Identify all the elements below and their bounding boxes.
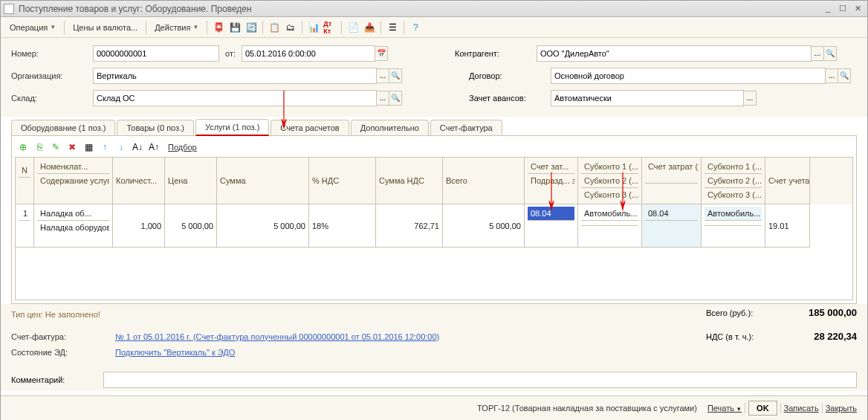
ok-button[interactable]: OK <box>748 401 777 416</box>
org-label: Организация: <box>11 71 93 80</box>
price-type: Тип цен: Не заполнено! <box>11 307 100 322</box>
structure-icon[interactable]: 🗂 <box>283 20 298 35</box>
footer-area: Счет-фактура: № 1 от 05.01.2016 г. (Счет… <box>1 325 867 369</box>
prices-menu[interactable]: Цены и валюта... <box>68 21 142 34</box>
search-icon[interactable]: 🔍 <box>389 91 402 106</box>
org-field[interactable] <box>93 68 377 84</box>
tabs: Оборудование (1 поз.) Товары (0 поз.) Ус… <box>11 118 857 135</box>
contract-field[interactable] <box>551 68 826 84</box>
select-icon[interactable]: ... <box>743 91 757 106</box>
refresh-icon[interactable]: 🔄 <box>244 20 259 35</box>
total-value: 185 000,00 <box>783 307 857 318</box>
form-area: Номер: от: 📅 Контрагент: ... 🔍 Организац… <box>1 38 867 117</box>
advance-label: Зачет авансов: <box>469 94 551 103</box>
grid[interactable]: N Номенклат...Содержание услуги, до... К… <box>15 157 853 300</box>
close-link[interactable]: Закрыть <box>826 404 857 413</box>
movements-icon[interactable]: 📊 <box>306 20 321 35</box>
main-toolbar: Операция▼ Цены и валюта... Действия▼ 📮 💾… <box>1 17 867 38</box>
dt-kt-icon[interactable]: Дт Кт <box>323 20 337 35</box>
tab-services[interactable]: Услуги (1 поз.) <box>195 119 269 136</box>
calendar-icon[interactable]: 📅 <box>375 46 388 61</box>
tab-content: ⊕ ⎘ ✎ ✖ ▦ ↑ ↓ A↓ A↑ Подбор N Номенклат..… <box>11 135 857 304</box>
print-form-info: ТОРГ-12 (Товарная накладная за поставщик… <box>477 404 697 413</box>
warehouse-label: Склад: <box>11 94 93 103</box>
tab-equipment[interactable]: Оборудование (1 поз.) <box>11 120 115 135</box>
delete-icon[interactable]: ✖ <box>65 140 79 154</box>
counterparty-field[interactable] <box>537 45 812 62</box>
hdr-vat: % НДС <box>309 158 376 204</box>
comment-field[interactable] <box>103 372 857 388</box>
basis-icon[interactable]: 📋 <box>267 20 282 35</box>
hdr-accnu: Счет затрат (НУ) <box>642 158 702 204</box>
hdr-acc: Счет зат...Подразд... затрат <box>525 158 578 204</box>
down-icon[interactable]: ↓ <box>114 140 128 154</box>
help-icon[interactable]: ? <box>408 20 423 35</box>
sort-desc-icon[interactable]: A↑ <box>147 140 161 154</box>
maximize-button[interactable]: ☐ <box>836 3 849 15</box>
warehouse-field[interactable] <box>93 90 377 106</box>
tab-accounts[interactable]: Счета расчетов <box>271 120 349 135</box>
hdr-qty: Количест... <box>113 158 165 204</box>
copy-icon[interactable]: ⎘ <box>33 140 46 154</box>
actions-menu[interactable]: Действия▼ <box>150 21 203 34</box>
comment-row: Комментарий: <box>1 369 867 391</box>
hdr-subnu: Субконто 1 (...Субконто 2 (...Субконто 3… <box>702 158 765 204</box>
from-label: от: <box>219 49 242 58</box>
print-button[interactable]: Печать ▼ <box>707 404 742 413</box>
table-row[interactable]: 1 Наладка об...Наладка оборудова... 1,00… <box>16 204 852 248</box>
report-icon[interactable]: 📄 <box>346 20 360 35</box>
search-icon[interactable]: 🔍 <box>838 68 851 83</box>
comment-label: Комментарий: <box>11 375 103 384</box>
select-icon[interactable]: ... <box>811 46 824 61</box>
grid-header: N Номенклат...Содержание услуги, до... К… <box>16 158 852 204</box>
app-icon <box>4 4 14 14</box>
close-button[interactable]: ✕ <box>851 3 864 15</box>
tab-invoice[interactable]: Счет-фактура <box>430 120 502 135</box>
edo-label: Состояние ЭД: <box>11 348 115 357</box>
hdr-nomen: Номенклат...Содержание услуги, до... <box>34 158 113 204</box>
search-icon[interactable]: 🔍 <box>389 68 402 83</box>
search-icon[interactable]: 🔍 <box>823 46 837 61</box>
select-icon[interactable]: ... <box>825 68 838 83</box>
hdr-sub: Субконто 1 (...Субконто 2 (...Субконто 3… <box>578 158 642 204</box>
hdr-total: Всего <box>443 158 525 204</box>
bottom-bar: ТОРГ-12 (Товарная накладная за поставщик… <box>1 395 867 420</box>
totals-area: Тип цен: Не заполнено! Всего (руб.): 185… <box>1 304 867 325</box>
vat-label: НДС (в т. ч.): <box>706 332 780 341</box>
add-icon[interactable]: ⊕ <box>16 140 30 154</box>
minimize-button[interactable]: _ <box>821 3 835 15</box>
advance-field[interactable] <box>551 90 744 106</box>
post-icon[interactable]: 📮 <box>211 20 226 35</box>
counterparty-label: Контрагент: <box>455 49 537 58</box>
hdr-vatacc: Счет учета НДС <box>765 158 810 204</box>
up-icon[interactable]: ↑ <box>98 140 111 154</box>
hdr-n: N <box>16 158 34 204</box>
edit-icon[interactable]: ✎ <box>49 140 62 154</box>
tab-goods[interactable]: Товары (0 поз.) <box>117 120 193 135</box>
fill-icon[interactable]: 📥 <box>362 20 377 35</box>
list-icon[interactable]: ☰ <box>385 20 400 35</box>
contract-label: Договор: <box>469 71 551 80</box>
selection-link[interactable]: Подбор <box>168 143 197 152</box>
finish-icon[interactable]: ▦ <box>82 140 95 154</box>
invoice-link[interactable]: № 1 от 05.01.2016 г. (Счет-фактура получ… <box>115 332 439 341</box>
hdr-vatsum: Сумма НДС <box>376 158 443 204</box>
save-button[interactable]: Записать <box>784 404 819 413</box>
number-field[interactable] <box>93 45 219 62</box>
tab-additional[interactable]: Дополнительно <box>351 120 429 135</box>
operation-menu[interactable]: Операция▼ <box>5 21 60 34</box>
sort-asc-icon[interactable]: A↓ <box>131 140 144 154</box>
total-label: Всего (руб.): <box>706 308 780 317</box>
window-title: Поступление товаров и услуг: Оборудовани… <box>19 4 820 14</box>
number-label: Номер: <box>11 49 93 58</box>
edo-link[interactable]: Подключить "Вертикаль" к ЭДО <box>115 348 235 357</box>
select-icon[interactable]: ... <box>376 68 389 83</box>
date-field[interactable] <box>242 45 375 62</box>
invoice-label: Счет-фактура: <box>11 332 115 341</box>
select-icon[interactable]: ... <box>376 91 389 106</box>
save-icon[interactable]: 💾 <box>227 20 242 35</box>
vat-value: 28 220,34 <box>783 331 857 342</box>
hdr-price: Цена <box>165 158 217 204</box>
selected-cell: 08.04 <box>528 207 574 221</box>
titlebar: Поступление товаров и услуг: Оборудовани… <box>1 1 867 17</box>
